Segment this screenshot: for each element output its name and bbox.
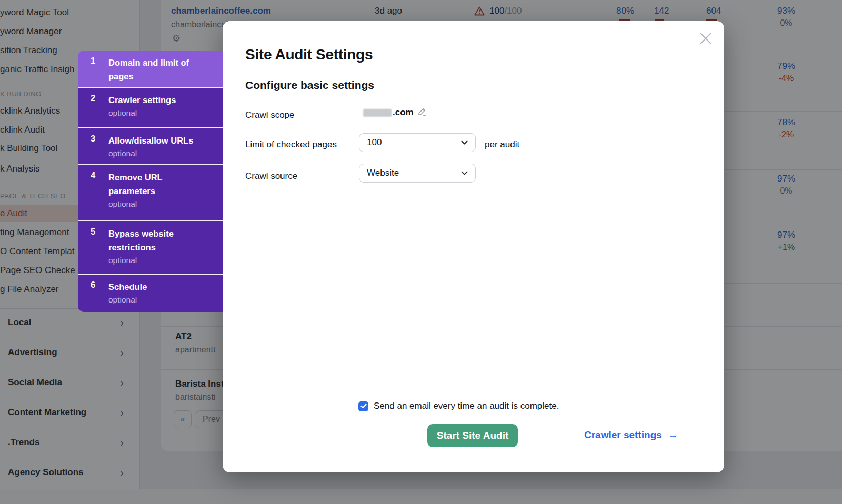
arrow-right-icon: → [668,429,678,441]
step-title: Remove URL parameters [108,170,202,198]
limit-select[interactable]: 100 [359,133,476,152]
step-crawler-settings[interactable]: 2 Crawler settings optional [78,87,223,127]
step-number: 1 [91,56,103,66]
step-optional-label: optional [108,199,223,209]
modal-title: Site Audit Settings [245,46,373,63]
step-remove-url-parameters[interactable]: 4 Remove URL parameters optional [78,164,223,220]
site-audit-settings-modal: Site Audit Settings Configure basic sett… [223,21,724,472]
step-optional-label: optional [108,256,223,265]
step-allow-disallow-urls[interactable]: 3 Allow/disallow URLs optional [78,127,223,164]
step-number: 4 [91,170,103,180]
step-title: Domain and limit of pages [108,56,202,83]
chevron-down-icon [461,140,468,145]
wizard-steps-panel: 1 Domain and limit of pages 2 Crawler se… [78,51,223,312]
limit-suffix: per audit [485,139,519,150]
step-number: 5 [91,227,103,237]
step-optional-label: optional [108,108,223,118]
source-selected-value: Website [367,168,399,178]
step-number: 2 [91,93,103,103]
chevron-down-icon [461,171,468,175]
crawl-scope-value: .com [363,107,427,118]
step-title: Crawler settings [108,93,202,107]
email-checkbox-row: Send an email every time an audit is com… [358,401,559,411]
email-checkbox-label: Send an email every time an audit is com… [374,401,559,411]
step-optional-label: optional [108,149,223,158]
email-checkbox[interactable] [358,401,368,411]
edit-pencil-icon[interactable] [417,107,427,118]
step-domain-and-limit[interactable]: 1 Domain and limit of pages [78,51,223,87]
start-site-audit-button[interactable]: Start Site Audit [427,424,518,447]
crawler-settings-link[interactable]: Crawler settings → [584,429,678,441]
step-number: 3 [91,134,103,144]
step-number: 6 [91,280,103,290]
limit-label: Limit of checked pages [245,139,337,150]
close-icon[interactable] [698,31,714,46]
step-bypass-website-restrictions[interactable]: 5 Bypass website restrictions optional [78,220,223,274]
crawl-scope-suffix: .com [393,107,414,118]
blurred-domain [363,109,392,117]
crawl-scope-label: Crawl scope [245,110,295,120]
crawler-settings-link-label: Crawler settings [584,429,662,441]
crawl-source-label: Crawl source [245,171,297,182]
limit-selected-value: 100 [367,137,382,148]
step-title: Schedule [108,280,202,294]
step-title: Bypass website restrictions [108,227,202,254]
step-optional-label: optional [108,295,223,305]
step-schedule[interactable]: 6 Schedule optional [78,274,223,312]
section-heading: Configure basic settings [245,79,374,92]
crawl-source-select[interactable]: Website [359,164,476,183]
step-title: Allow/disallow URLs [108,134,202,147]
screen: yword Magic Tool yword Manager sition Tr… [0,0,842,504]
